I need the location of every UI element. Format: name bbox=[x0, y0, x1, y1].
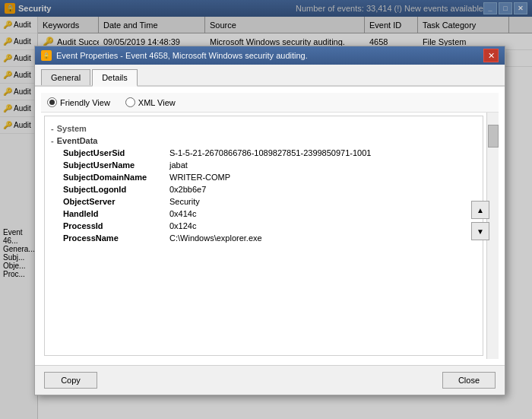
label-processid: ProcessId bbox=[63, 221, 169, 230]
scrollbar-thumb[interactable] bbox=[488, 125, 499, 148]
value-subjectlogonid: 0x2bb6e7 bbox=[169, 185, 206, 194]
label-subjectusersid: SubjectUserSid bbox=[63, 148, 169, 157]
modal-body: Friendly View XML View - System bbox=[35, 87, 505, 365]
xml-view-option[interactable]: XML View bbox=[125, 97, 176, 107]
eventdata-prefix: - bbox=[51, 136, 54, 145]
label-subjectusername: SubjectUserName bbox=[63, 160, 169, 170]
modal-title: Event Properties - Event 4658, Microsoft… bbox=[56, 51, 483, 60]
scroll-arrows: ▲ ▼ bbox=[471, 201, 489, 240]
friendly-view-radio[interactable] bbox=[47, 97, 57, 107]
tab-details[interactable]: Details bbox=[92, 69, 138, 87]
modal-footer: Copy Close bbox=[35, 365, 505, 395]
value-handleid: 0x414c bbox=[169, 209, 196, 218]
modal-close-footer-button[interactable]: Close bbox=[442, 372, 496, 389]
value-processid: 0x124c bbox=[169, 221, 196, 230]
modal-tabs: General Details bbox=[35, 65, 505, 87]
modal-title-bar: 🔒 Event Properties - Event 4658, Microso… bbox=[35, 46, 505, 65]
scroll-up-button[interactable]: ▲ bbox=[471, 201, 489, 219]
modal-close-button[interactable]: ✕ bbox=[483, 49, 499, 62]
value-processname: C:\Windows\explorer.exe bbox=[169, 233, 262, 243]
data-row-subjectusersid: SubjectUserSid S-1-5-21-2670866786-10898… bbox=[63, 147, 467, 159]
value-subjectusername: jabat bbox=[169, 160, 188, 170]
label-subjectlogonid: SubjectLogonId bbox=[63, 185, 169, 194]
event-properties-modal: 🔒 Event Properties - Event 4658, Microso… bbox=[34, 46, 505, 395]
label-subjectdomainname: SubjectDomainName bbox=[63, 173, 169, 182]
data-row-objectserver: ObjectServer Security bbox=[63, 195, 467, 208]
system-prefix: - bbox=[51, 124, 54, 133]
eventdata-content: SubjectUserSid S-1-5-21-2670866786-10898… bbox=[63, 147, 467, 244]
label-processname: ProcessName bbox=[63, 233, 169, 243]
label-handleid: HandleId bbox=[63, 209, 169, 218]
friendly-view-option[interactable]: Friendly View bbox=[47, 97, 110, 107]
data-row-processname: ProcessName C:\Windows\explorer.exe bbox=[63, 232, 467, 244]
data-row-handleid: HandleId 0x414c bbox=[63, 208, 467, 220]
modal-icon: 🔒 bbox=[41, 50, 52, 61]
xml-view-radio[interactable] bbox=[125, 97, 135, 107]
data-row-subjectusername: SubjectUserName jabat bbox=[63, 159, 467, 171]
system-section[interactable]: - System bbox=[51, 122, 467, 135]
event-data-container: - System - EventData SubjectUserSid S-1-… bbox=[41, 113, 499, 359]
data-row-processid: ProcessId 0x124c bbox=[63, 220, 467, 232]
copy-button[interactable]: Copy bbox=[44, 372, 97, 389]
value-objectserver: Security bbox=[169, 197, 200, 206]
value-subjectusersid: S-1-5-21-2670866786-1089827851-239985097… bbox=[169, 148, 371, 157]
scroll-down-button[interactable]: ▼ bbox=[471, 222, 489, 240]
tab-general[interactable]: General bbox=[41, 69, 90, 85]
data-row-subjectdomainname: SubjectDomainName WRITER-COMP bbox=[63, 171, 467, 183]
data-row-subjectlogonid: SubjectLogonId 0x2bb6e7 bbox=[63, 183, 467, 195]
event-data-area[interactable]: - System - EventData SubjectUserSid S-1-… bbox=[44, 116, 483, 356]
label-objectserver: ObjectServer bbox=[63, 197, 169, 206]
main-window: 🔒 Security Number of events: 33,414 (!) … bbox=[0, 0, 532, 419]
view-radio-group: Friendly View XML View bbox=[41, 93, 499, 113]
eventdata-section[interactable]: - EventData bbox=[51, 135, 467, 147]
value-subjectdomainname: WRITER-COMP bbox=[169, 173, 230, 182]
